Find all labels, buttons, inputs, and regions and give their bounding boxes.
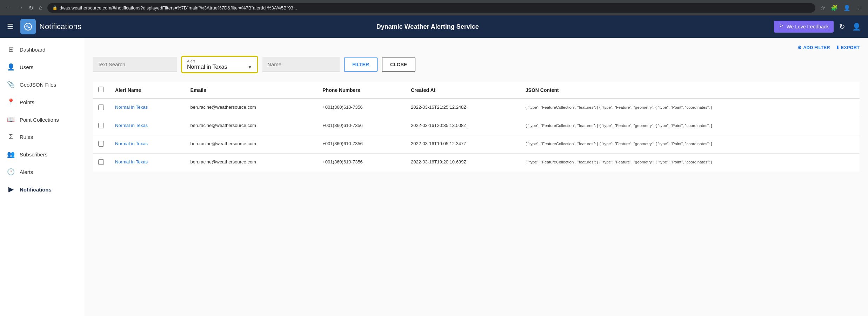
row-phone: +001(360)610-7356 (317, 135, 405, 154)
extensions-icon[interactable]: 🧩 (829, 4, 840, 12)
table-header: Alert Name Emails Phone Numbers Created … (93, 82, 860, 99)
menu-icon[interactable]: ⋮ (854, 4, 864, 12)
row-checkbox[interactable] (98, 141, 104, 147)
header-checkbox-cell (93, 82, 109, 99)
select-all-checkbox[interactable] (98, 87, 104, 92)
sidebar-item-dashboard[interactable]: ⊞ Dashboard (0, 41, 84, 58)
table-row: Normal in Texas ben.racine@weathersource… (93, 99, 860, 117)
sidebar-item-label: Notifications (20, 187, 52, 193)
profile-icon[interactable]: 👤 (841, 4, 853, 12)
alert-filter-label: Alert (187, 59, 252, 63)
col-json-content: JSON Content (520, 82, 860, 99)
app-container: ☰ Notifications Dynamic Weather Alerting… (0, 15, 868, 316)
points-icon: 📍 (7, 98, 15, 106)
browser-nav-buttons: ← → ↻ ⌂ (4, 4, 45, 12)
dashboard-icon: ⊞ (7, 46, 15, 53)
refresh-button[interactable]: ↻ (838, 21, 847, 32)
alert-name-link[interactable]: Normal in Texas (115, 159, 148, 164)
chevron-down-icon: ▼ (247, 64, 252, 70)
row-checkbox[interactable] (98, 105, 104, 110)
browser-chrome: ← → ↻ ⌂ 🔒 dwas.weathersource.com/#/notif… (0, 0, 868, 15)
sidebar-item-points[interactable]: 📍 Points (0, 93, 84, 111)
sidebar: ⊞ Dashboard 👤 Users 📎 GeoJSON Files 📍 Po… (0, 38, 84, 316)
row-created-at: 2022-03-16T21:25:12.248Z (405, 99, 520, 117)
close-button[interactable]: CLOSE (382, 58, 415, 72)
name-filter-input[interactable] (262, 57, 340, 72)
sidebar-item-label: Dashboard (20, 47, 45, 53)
alert-name-link[interactable]: Normal in Texas (115, 141, 148, 146)
lock-icon: 🔒 (52, 5, 58, 10)
notifications-table: Alert Name Emails Phone Numbers Created … (93, 82, 860, 172)
alert-name-link[interactable]: Normal in Texas (115, 105, 148, 110)
alert-name-link[interactable]: Normal in Texas (115, 123, 148, 128)
row-created-at: 2022-03-16T19:05:12.347Z (405, 135, 520, 154)
row-email: ben.racine@weathersource.com (185, 135, 317, 154)
subscribers-icon: 👥 (7, 150, 15, 158)
row-checkbox-cell (93, 117, 109, 135)
logo-area: Notifications (20, 19, 81, 34)
notifications-icon: ▶ (7, 186, 15, 193)
main-content: ⊞ Dashboard 👤 Users 📎 GeoJSON Files 📍 Po… (0, 38, 868, 316)
forward-button[interactable]: → (15, 4, 25, 12)
row-phone: +001(360)610-7356 (317, 154, 405, 172)
url-text: dwas.weathersource.com/#/notifications?d… (60, 5, 297, 11)
home-button[interactable]: ⌂ (37, 4, 45, 12)
sidebar-item-label: Point Collections (20, 117, 59, 123)
sidebar-item-users[interactable]: 👤 Users (0, 58, 84, 76)
back-button[interactable]: ← (4, 4, 14, 12)
row-alert-name: Normal in Texas (109, 117, 185, 135)
table-row: Normal in Texas ben.racine@weathersource… (93, 154, 860, 172)
filter-icon: ⚙ (797, 45, 802, 50)
row-phone: +001(360)610-7356 (317, 99, 405, 117)
row-alert-name: Normal in Texas (109, 99, 185, 117)
sidebar-item-alerts[interactable]: 🕐 Alerts (0, 163, 84, 181)
sidebar-item-geojson[interactable]: 📎 GeoJSON Files (0, 76, 84, 93)
row-email: ben.racine@weathersource.com (185, 117, 317, 135)
row-json: { "type": "FeatureCollection", "features… (520, 99, 860, 117)
logo-box (20, 19, 36, 34)
row-json: { "type": "FeatureCollection", "features… (520, 117, 860, 135)
navbar-right: 🏳 We Love Feedback ↻ 👤 (774, 21, 862, 33)
col-phone-numbers: Phone Numbers (317, 82, 405, 99)
sidebar-item-subscribers[interactable]: 👥 Subscribers (0, 146, 84, 163)
address-bar[interactable]: 🔒 dwas.weathersource.com/#/notifications… (47, 3, 815, 13)
sidebar-item-label: GeoJSON Files (20, 82, 56, 88)
row-json: { "type": "FeatureCollection", "features… (520, 135, 860, 154)
row-email: ben.racine@weathersource.com (185, 154, 317, 172)
row-alert-name: Normal in Texas (109, 135, 185, 154)
export-icon: ⬇ (836, 45, 840, 50)
top-navbar: ☰ Notifications Dynamic Weather Alerting… (0, 15, 868, 38)
filter-bar: Alert Normal in Texas ▼ FILTER CLOSE (93, 56, 860, 73)
sidebar-item-label: Subscribers (20, 152, 47, 157)
text-search-input[interactable] (93, 57, 177, 72)
add-filter-button[interactable]: ⚙ ADD FILTER (797, 45, 830, 50)
app-title: Notifications (39, 22, 81, 31)
sidebar-item-notifications[interactable]: ▶ Notifications (0, 181, 84, 198)
reload-button[interactable]: ↻ (27, 4, 35, 12)
account-button[interactable]: 👤 (851, 21, 862, 32)
filter-button[interactable]: FILTER (344, 58, 378, 72)
page-content: ⚙ ADD FILTER ⬇ EXPORT Alert Normal in Te… (84, 38, 868, 316)
row-checkbox[interactable] (98, 159, 104, 165)
export-button[interactable]: ⬇ EXPORT (836, 45, 860, 50)
sidebar-item-point-collections[interactable]: 📖 Point Collections (0, 111, 84, 128)
bookmark-icon[interactable]: ☆ (818, 4, 827, 12)
sidebar-item-label: Users (20, 64, 33, 70)
row-checkbox-cell (93, 154, 109, 172)
table-row: Normal in Texas ben.racine@weathersource… (93, 135, 860, 154)
sidebar-item-rules[interactable]: Σ Rules (0, 128, 84, 146)
feedback-button[interactable]: 🏳 We Love Feedback (774, 21, 834, 33)
alert-filter-dropdown[interactable]: Alert Normal in Texas ▼ (181, 56, 258, 73)
users-icon: 👤 (7, 63, 15, 71)
row-checkbox-cell (93, 99, 109, 117)
hamburger-button[interactable]: ☰ (6, 21, 15, 32)
row-email: ben.racine@weathersource.com (185, 99, 317, 117)
row-json: { "type": "FeatureCollection", "features… (520, 154, 860, 172)
browser-actions: ☆ 🧩 👤 ⋮ (818, 4, 864, 12)
alert-filter-value-row: Normal in Texas ▼ (187, 64, 252, 70)
row-created-at: 2022-03-16T19:20:10.639Z (405, 154, 520, 172)
row-checkbox[interactable] (98, 123, 104, 128)
export-label: EXPORT (841, 45, 860, 50)
sidebar-item-label: Alerts (20, 169, 33, 175)
row-alert-name: Normal in Texas (109, 154, 185, 172)
